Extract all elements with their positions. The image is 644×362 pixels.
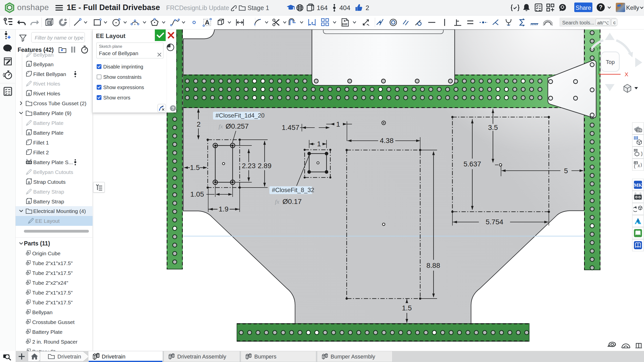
svg-text:2.23: 2.23 <box>242 162 256 170</box>
svg-text:1.5: 1.5 <box>190 164 200 171</box>
svg-text:3.5: 3.5 <box>488 124 498 131</box>
svg-text:2.89: 2.89 <box>258 162 272 170</box>
svg-text:MK: MK <box>634 183 642 188</box>
svg-text:2: 2 <box>197 120 201 128</box>
svg-text:#CloseFit_8_32: #CloseFit_8_32 <box>272 187 314 193</box>
svg-text:Ø0.17: Ø0.17 <box>282 198 302 205</box>
svg-text:1: 1 <box>336 120 340 128</box>
svg-text:4.38: 4.38 <box>380 137 394 144</box>
svg-text:A: A <box>205 19 210 26</box>
svg-text:(: ( <box>634 164 635 169</box>
svg-text:X: X <box>625 71 628 78</box>
svg-text:1.5: 1.5 <box>402 304 412 312</box>
svg-text:}: } <box>640 151 642 156</box>
svg-text:fx: fx <box>219 123 223 130</box>
svg-text:x: x <box>637 163 640 168</box>
svg-text:): ) <box>640 162 642 167</box>
svg-text:5.637: 5.637 <box>463 160 481 168</box>
svg-text:5.754: 5.754 <box>486 218 503 226</box>
svg-text:1.457: 1.457 <box>282 124 299 131</box>
svg-text:5: 5 <box>564 167 568 175</box>
svg-text:#CloseFit_1d4_20: #CloseFit_1d4_20 <box>216 112 265 119</box>
svg-text:?: ? <box>599 4 602 11</box>
svg-text:8.88: 8.88 <box>426 262 440 269</box>
svg-text:Y: Y <box>596 46 599 52</box>
svg-text:1.05: 1.05 <box>190 190 204 198</box>
svg-text:fx: fx <box>275 198 279 205</box>
svg-text:Ø0.257: Ø0.257 <box>226 122 249 130</box>
svg-text:?: ? <box>172 106 174 111</box>
svg-text:1.9: 1.9 <box>219 205 229 213</box>
svg-text:+: + <box>134 23 136 26</box>
svg-text:1: 1 <box>317 140 321 148</box>
svg-text:Top: Top <box>606 59 615 65</box>
svg-text:DXF: DXF <box>342 23 348 26</box>
